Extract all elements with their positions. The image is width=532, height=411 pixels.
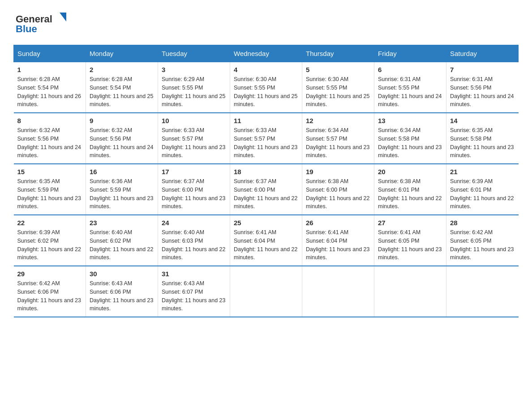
day-cell <box>230 266 302 317</box>
day-cell: 1 Sunrise: 6:28 AMSunset: 5:54 PMDayligh… <box>14 62 86 113</box>
day-cell: 2 Sunrise: 6:28 AMSunset: 5:54 PMDayligh… <box>86 62 158 113</box>
day-info: Sunrise: 6:42 AMSunset: 6:06 PMDaylight:… <box>17 280 81 312</box>
day-number: 4 <box>234 66 298 73</box>
day-info: Sunrise: 6:37 AMSunset: 6:00 PMDaylight:… <box>234 178 297 210</box>
logo-svg: General Blue <box>13 9 72 36</box>
day-info: Sunrise: 6:34 AMSunset: 5:57 PMDaylight:… <box>306 127 369 158</box>
day-number: 12 <box>306 117 370 124</box>
day-info: Sunrise: 6:36 AMSunset: 5:59 PMDaylight:… <box>90 178 153 210</box>
day-cell: 7 Sunrise: 6:31 AMSunset: 5:56 PMDayligh… <box>446 62 519 113</box>
day-info: Sunrise: 6:37 AMSunset: 6:00 PMDaylight:… <box>162 178 225 210</box>
day-info: Sunrise: 6:35 AMSunset: 5:59 PMDaylight:… <box>17 178 81 210</box>
day-number: 20 <box>378 168 442 176</box>
day-info: Sunrise: 6:29 AMSunset: 5:55 PMDaylight:… <box>162 76 225 107</box>
day-info: Sunrise: 6:31 AMSunset: 5:56 PMDaylight:… <box>450 76 514 107</box>
day-info: Sunrise: 6:38 AMSunset: 6:01 PMDaylight:… <box>378 178 442 210</box>
day-cell: 10 Sunrise: 6:33 AMSunset: 5:57 PMDaylig… <box>158 113 230 164</box>
day-number: 7 <box>450 66 515 73</box>
day-number: 2 <box>90 66 154 73</box>
day-info: Sunrise: 6:33 AMSunset: 5:57 PMDaylight:… <box>162 127 225 158</box>
weekday-header-thursday: Thursday <box>302 45 374 62</box>
day-info: Sunrise: 6:32 AMSunset: 5:56 PMDaylight:… <box>90 127 153 158</box>
day-info: Sunrise: 6:31 AMSunset: 5:55 PMDaylight:… <box>378 76 442 107</box>
day-cell: 13 Sunrise: 6:34 AMSunset: 5:58 PMDaylig… <box>374 113 446 164</box>
week-row-1: 1 Sunrise: 6:28 AMSunset: 5:54 PMDayligh… <box>14 62 519 113</box>
day-info: Sunrise: 6:40 AMSunset: 6:03 PMDaylight:… <box>162 229 225 261</box>
day-cell: 27 Sunrise: 6:41 AMSunset: 6:05 PMDaylig… <box>374 215 446 266</box>
weekday-header-wednesday: Wednesday <box>230 45 302 62</box>
day-number: 6 <box>378 66 442 73</box>
svg-text:Blue: Blue <box>16 23 37 34</box>
day-number: 31 <box>162 270 226 278</box>
day-number: 21 <box>450 168 515 176</box>
weekday-header-tuesday: Tuesday <box>158 45 230 62</box>
day-number: 19 <box>306 168 370 176</box>
day-cell: 17 Sunrise: 6:37 AMSunset: 6:00 PMDaylig… <box>158 164 230 215</box>
day-cell: 18 Sunrise: 6:37 AMSunset: 6:00 PMDaylig… <box>230 164 302 215</box>
weekday-header-monday: Monday <box>86 45 158 62</box>
day-info: Sunrise: 6:39 AMSunset: 6:02 PMDaylight:… <box>17 229 81 261</box>
day-cell: 12 Sunrise: 6:34 AMSunset: 5:57 PMDaylig… <box>302 113 374 164</box>
day-info: Sunrise: 6:28 AMSunset: 5:54 PMDaylight:… <box>90 76 153 107</box>
day-number: 30 <box>90 270 154 278</box>
day-info: Sunrise: 6:34 AMSunset: 5:58 PMDaylight:… <box>378 127 442 158</box>
day-cell: 22 Sunrise: 6:39 AMSunset: 6:02 PMDaylig… <box>14 215 86 266</box>
day-cell <box>374 266 446 317</box>
weekday-header-sunday: Sunday <box>14 45 86 62</box>
day-cell: 4 Sunrise: 6:30 AMSunset: 5:55 PMDayligh… <box>230 62 302 113</box>
day-info: Sunrise: 6:43 AMSunset: 6:07 PMDaylight:… <box>162 280 225 312</box>
day-cell: 21 Sunrise: 6:39 AMSunset: 6:01 PMDaylig… <box>446 164 519 215</box>
week-row-3: 15 Sunrise: 6:35 AMSunset: 5:59 PMDaylig… <box>14 164 519 215</box>
day-number: 9 <box>90 117 154 124</box>
weekday-header-saturday: Saturday <box>446 45 519 62</box>
day-number: 22 <box>17 219 82 227</box>
logo: General Blue <box>13 9 72 36</box>
day-cell: 24 Sunrise: 6:40 AMSunset: 6:03 PMDaylig… <box>158 215 230 266</box>
weekday-header-row: SundayMondayTuesdayWednesdayThursdayFrid… <box>14 45 519 62</box>
weekday-header-friday: Friday <box>374 45 446 62</box>
day-number: 18 <box>234 168 298 176</box>
week-row-4: 22 Sunrise: 6:39 AMSunset: 6:02 PMDaylig… <box>14 215 519 266</box>
day-cell: 14 Sunrise: 6:35 AMSunset: 5:58 PMDaylig… <box>446 113 519 164</box>
page-header: General Blue <box>13 9 519 36</box>
day-info: Sunrise: 6:43 AMSunset: 6:06 PMDaylight:… <box>90 280 153 312</box>
day-number: 25 <box>234 219 298 227</box>
day-number: 17 <box>162 168 226 176</box>
day-cell: 8 Sunrise: 6:32 AMSunset: 5:56 PMDayligh… <box>14 113 86 164</box>
day-number: 15 <box>17 168 82 176</box>
day-cell: 20 Sunrise: 6:38 AMSunset: 6:01 PMDaylig… <box>374 164 446 215</box>
day-number: 11 <box>234 117 298 124</box>
day-cell: 31 Sunrise: 6:43 AMSunset: 6:07 PMDaylig… <box>158 266 230 317</box>
day-info: Sunrise: 6:28 AMSunset: 5:54 PMDaylight:… <box>17 76 81 107</box>
day-number: 8 <box>17 117 82 124</box>
day-number: 3 <box>162 66 226 73</box>
day-info: Sunrise: 6:41 AMSunset: 6:04 PMDaylight:… <box>306 229 369 261</box>
week-row-2: 8 Sunrise: 6:32 AMSunset: 5:56 PMDayligh… <box>14 113 519 164</box>
day-cell: 26 Sunrise: 6:41 AMSunset: 6:04 PMDaylig… <box>302 215 374 266</box>
day-cell: 19 Sunrise: 6:38 AMSunset: 6:00 PMDaylig… <box>302 164 374 215</box>
day-cell: 15 Sunrise: 6:35 AMSunset: 5:59 PMDaylig… <box>14 164 86 215</box>
day-cell: 9 Sunrise: 6:32 AMSunset: 5:56 PMDayligh… <box>86 113 158 164</box>
day-cell: 25 Sunrise: 6:41 AMSunset: 6:04 PMDaylig… <box>230 215 302 266</box>
day-cell: 23 Sunrise: 6:40 AMSunset: 6:02 PMDaylig… <box>86 215 158 266</box>
day-cell: 11 Sunrise: 6:33 AMSunset: 5:57 PMDaylig… <box>230 113 302 164</box>
day-cell: 3 Sunrise: 6:29 AMSunset: 5:55 PMDayligh… <box>158 62 230 113</box>
day-number: 26 <box>306 219 370 227</box>
svg-marker-1 <box>60 13 66 21</box>
day-info: Sunrise: 6:30 AMSunset: 5:55 PMDaylight:… <box>234 76 297 107</box>
day-number: 23 <box>90 219 154 227</box>
day-number: 27 <box>378 219 442 227</box>
day-info: Sunrise: 6:33 AMSunset: 5:57 PMDaylight:… <box>234 127 297 158</box>
day-info: Sunrise: 6:30 AMSunset: 5:55 PMDaylight:… <box>306 76 369 107</box>
day-info: Sunrise: 6:35 AMSunset: 5:58 PMDaylight:… <box>450 127 514 158</box>
day-info: Sunrise: 6:42 AMSunset: 6:05 PMDaylight:… <box>450 229 514 261</box>
day-cell <box>446 266 519 317</box>
day-info: Sunrise: 6:38 AMSunset: 6:00 PMDaylight:… <box>306 178 369 210</box>
day-cell: 28 Sunrise: 6:42 AMSunset: 6:05 PMDaylig… <box>446 215 519 266</box>
day-number: 24 <box>162 219 226 227</box>
day-number: 10 <box>162 117 226 124</box>
day-cell: 5 Sunrise: 6:30 AMSunset: 5:55 PMDayligh… <box>302 62 374 113</box>
day-info: Sunrise: 6:39 AMSunset: 6:01 PMDaylight:… <box>450 178 514 210</box>
calendar-table: SundayMondayTuesdayWednesdayThursdayFrid… <box>13 45 519 317</box>
day-number: 1 <box>17 66 82 73</box>
